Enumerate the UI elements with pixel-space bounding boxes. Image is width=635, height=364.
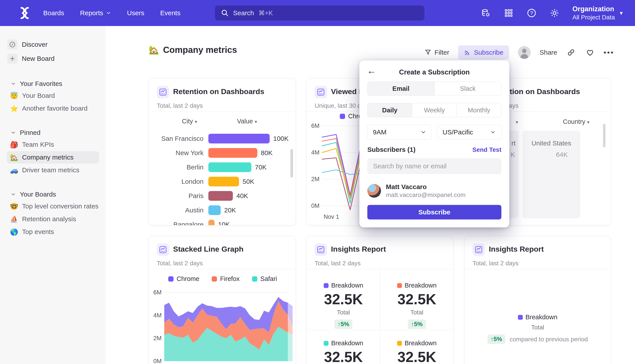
metric-tile[interactable]: Breakdown32.5KTotal↑5% [380, 340, 453, 364]
tab-daily[interactable]: Daily [368, 103, 412, 117]
sidebar-item-new-board[interactable]: New Board [0, 52, 106, 66]
metric-tile[interactable]: Breakdown32.5KTotal↑5% [307, 340, 380, 364]
column-header-country[interactable]: Country▾ [563, 118, 589, 125]
tab-monthly[interactable]: Monthly [457, 103, 501, 117]
filter-button[interactable]: Filter [424, 49, 449, 56]
sidebar-item-driver-team-metrics[interactable]: 🚙Driver team metrics [7, 164, 99, 176]
report-chart-icon [157, 244, 169, 256]
sidebar-section-your-favorites[interactable]: Your Favorites [0, 78, 106, 89]
svg-text:2M: 2M [153, 335, 162, 342]
legend-swatch [518, 315, 523, 320]
metric-tile[interactable]: Breakdown32.5KTotal↑5% [307, 282, 380, 329]
card-title: Stacked Line Graph [173, 245, 243, 254]
mixpanel-logo[interactable] [17, 5, 33, 21]
settings-gear-icon[interactable] [549, 8, 559, 18]
more-options-icon[interactable] [604, 52, 613, 54]
svg-text:0M: 0M [153, 358, 162, 364]
value-bar [208, 205, 221, 215]
svg-text:6M: 6M [311, 122, 319, 129]
legend-swatch [168, 276, 174, 282]
send-test-link[interactable]: Send Test [472, 146, 501, 153]
table-row[interactable]: San Francisco100K [149, 131, 296, 146]
sidebar-item-retention-analysis[interactable]: ⛵Retention analysis [7, 213, 99, 225]
metric-tile[interactable]: Breakdown32.5KTotal↑5% [380, 282, 453, 329]
subscriber-name: Matt Vaccaro [386, 182, 465, 191]
column-header-hidden[interactable]: ▾ [514, 118, 518, 125]
sidebar-item-another-favorite-board[interactable]: ⭐Another favorite board [7, 102, 99, 114]
column-header-value[interactable]: Value▾ [237, 118, 257, 125]
org-caret-icon: ▾ [620, 10, 623, 16]
legend-item-safari[interactable]: Safari [252, 275, 277, 282]
board-emoji: 😇 [9, 92, 19, 100]
primary-nav: BoardsReportsUsersEvents [43, 9, 180, 17]
row-city-label: Austin [185, 206, 204, 214]
subscriber-avatar [367, 184, 381, 198]
column-header-city[interactable]: City▾ [182, 118, 197, 125]
search-input[interactable]: Search ⌘+K [215, 6, 424, 20]
org-project: All Project Data [572, 14, 615, 21]
board-emoji: 🚙 [9, 166, 19, 174]
card-retention-dashboards: Retention on Dashboards Total, last 2 da… [149, 78, 296, 226]
sidebar-item-your-board[interactable]: 😇Your Board [7, 90, 99, 102]
svg-text:2M: 2M [311, 176, 319, 182]
board-emoji: 🌎 [9, 228, 19, 236]
sidebar-section-your-boards[interactable]: Your Boards [0, 189, 106, 200]
nav-item-boards[interactable]: Boards [43, 9, 64, 17]
nav-item-reports[interactable]: Reports [80, 9, 111, 17]
board-emoji: 🎒 [9, 141, 19, 148]
board-actions: Filter Subscribe Share [424, 46, 613, 60]
sidebar-item-discover[interactable]: Discover [0, 38, 106, 52]
card-subtitle: Total, last 2 days [315, 260, 361, 267]
sidebar-item-team-kpis[interactable]: 🎒Team KPIs [7, 138, 99, 151]
card-title: Retention on Dashboards [173, 87, 264, 96]
row-city-label: Bangalore [173, 221, 204, 226]
table-row[interactable]: Austin20K [149, 203, 296, 217]
row-value-label: 80K [261, 149, 273, 157]
sidebar-item-top-level-conversion-rates[interactable]: 🤓Top level conversion rates [7, 200, 99, 212]
metric-value: 32.5K [397, 348, 436, 364]
nav-item-users[interactable]: Users [127, 9, 144, 17]
table-row[interactable]: Berlin70K [149, 160, 296, 174]
sidebar-item-top-events[interactable]: 🌎Top events [7, 226, 99, 238]
table-row[interactable]: London50K [149, 174, 296, 188]
table-row[interactable]: New York80K [149, 146, 296, 160]
favorite-heart-icon[interactable] [585, 47, 595, 58]
subscriber-search-input[interactable]: Search by name or email [367, 158, 501, 174]
apps-grid-icon[interactable] [504, 8, 514, 18]
share-button[interactable]: Share [539, 49, 557, 56]
table-scrollbar[interactable] [290, 149, 293, 178]
search-icon [221, 9, 229, 17]
subscribe-button[interactable]: Subscribe [458, 46, 509, 60]
subscriber-row[interactable]: Matt Vaccaro matt.vaccaro@mixpanel.com [367, 182, 501, 200]
compass-icon [7, 40, 18, 50]
table-cell-united-states[interactable]: United States 64K [522, 131, 580, 218]
time-select[interactable]: 9AM [367, 125, 432, 140]
subscribe-submit-button[interactable]: Subscribe [367, 205, 501, 220]
card-subtitle: Total, last 2 days [157, 260, 203, 267]
help-icon[interactable]: ? [526, 8, 537, 18]
table-row[interactable]: Bangalore10K [149, 217, 296, 226]
search-placeholder: Search [233, 9, 254, 17]
top-nav: BoardsReportsUsersEvents Search ⌘+K [0, 0, 635, 26]
table-row[interactable]: Paris40K [149, 188, 296, 203]
channel-tabs: EmailSlack [367, 82, 501, 96]
timezone-select[interactable]: US/Pacific [437, 125, 501, 140]
legend-swatch [340, 114, 345, 119]
chevron-down-icon [106, 10, 111, 16]
legend-swatch [252, 276, 257, 282]
tab-email[interactable]: Email [368, 82, 434, 96]
svg-text:6M: 6M [153, 289, 162, 296]
user-avatar[interactable] [518, 46, 531, 59]
org-project-switcher[interactable]: Organization All Project Data ▾ [572, 5, 623, 21]
tab-weekly[interactable]: Weekly [412, 103, 456, 117]
frequency-tabs: DailyWeeklyMonthly [367, 103, 501, 117]
table-scrollbar[interactable] [603, 124, 605, 148]
legend-item-chrome[interactable]: Chrome [168, 275, 199, 282]
nav-item-events[interactable]: Events [160, 9, 180, 17]
tab-slack[interactable]: Slack [434, 82, 501, 96]
legend-item-firefox[interactable]: Firefox [212, 275, 240, 282]
sidebar-section-pinned[interactable]: Pinned [0, 127, 106, 138]
copy-link-icon[interactable] [566, 47, 576, 58]
sidebar-item-company-metrics[interactable]: 🏡Company metrics [7, 151, 99, 164]
data-management-icon[interactable] [481, 8, 491, 18]
